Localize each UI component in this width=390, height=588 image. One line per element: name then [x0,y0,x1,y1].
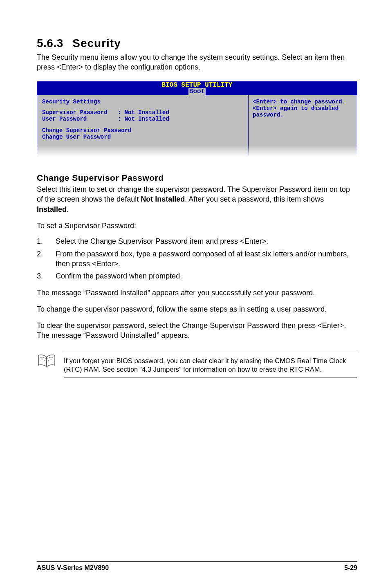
note-icon [37,353,56,371]
paragraph-5: To clear the supervisor password, select… [37,321,357,341]
section-number: 5.6.3 [37,37,63,49]
bios-row-user: User Password : Not Installed [42,116,243,122]
paragraph-4: To change the supervisor password, follo… [37,304,357,314]
bios-screenshot: BIOS SETUP UTILITY Boot Security Setting… [37,81,357,157]
p1-text-c: . [67,205,69,213]
step-text: From the password box, type a password c… [56,249,357,269]
footer-left: ASUS V-Series M2V890 [37,564,109,572]
bios-header: BIOS SETUP UTILITY Boot [37,81,357,96]
step-text: Confirm the password when prompted. [56,271,357,281]
bios-section-heading: Security Settings [42,99,243,105]
bios-row-change-supervisor: Change Supervisor Password [42,127,243,134]
steps-list: 1. Select the Change Supervisor Password… [37,236,357,281]
note-block: If you forget your BIOS password, you ca… [37,353,357,378]
section-title: Security [72,37,121,49]
p1-bold-not-installed: Not Installed [141,195,185,203]
step-number: 3. [37,271,56,281]
list-item: 2. From the password box, type a passwor… [37,249,357,269]
fade-overlay [37,145,357,157]
subheading-change-supervisor: Change Supervisor Password [37,173,357,183]
list-item: 3. Confirm the password when prompted. [37,271,357,281]
bios-title: BIOS SETUP UTILITY [37,82,357,89]
bios-row-change-user: Change User Password [42,134,243,140]
step-number: 1. [37,236,56,246]
list-item: 1. Select the Change Supervisor Password… [37,236,357,246]
intro-paragraph: The Security menu items allow you to cha… [37,52,357,72]
page-footer: ASUS V-Series M2V890 5-29 [37,561,357,572]
paragraph-1: Select this item to set or change the su… [37,184,357,214]
step-text: Select the Change Supervisor Password it… [56,236,357,246]
footer-right: 5-29 [344,564,357,572]
note-text: If you forget your BIOS password, you ca… [64,353,357,378]
bios-row-supervisor: Supervisor Password : Not Installed [42,109,243,116]
paragraph-3: The message “Password Installed” appears… [37,288,357,298]
p1-text-b: . After you set a password, this item sh… [185,195,324,203]
p1-bold-installed: Installed [37,205,67,213]
bios-tab-boot: Boot [188,88,206,95]
step-number: 2. [37,249,56,269]
paragraph-2: To set a Supervisor Password: [37,221,357,231]
